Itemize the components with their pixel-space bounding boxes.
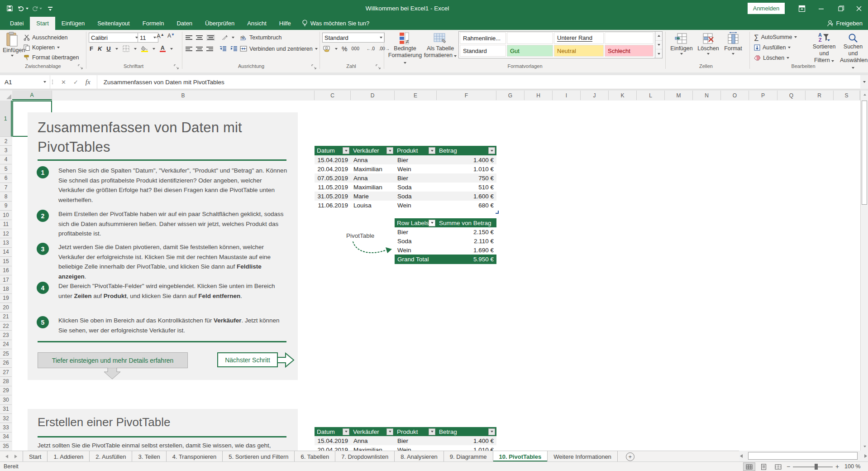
sheet-tab-2-ausf-llen[interactable]: 2. Ausfüllen (90, 451, 132, 462)
filter-dropdown-icon[interactable] (429, 147, 435, 154)
row-header-26[interactable]: 26 (0, 359, 12, 368)
table-header-produkt[interactable]: Produkt (395, 427, 437, 436)
table-cell[interactable]: 1.010 € (437, 164, 496, 173)
table-cell[interactable]: Louisa (351, 201, 395, 210)
share-button[interactable]: Freigeben (827, 17, 863, 30)
sheet-tab-weitere-informationen[interactable]: Weitere Informationen (548, 451, 618, 462)
normal-view-icon[interactable] (743, 462, 755, 471)
page-layout-view-icon[interactable] (758, 462, 770, 471)
clipboard-dialog-launcher-icon[interactable] (78, 64, 83, 70)
column-header-S[interactable]: S (834, 91, 860, 100)
table-cell[interactable]: Soda (395, 183, 437, 192)
italic-button[interactable]: K (98, 45, 102, 52)
table-cell[interactable]: 510 € (437, 183, 496, 192)
tab-start[interactable]: Start (30, 17, 55, 30)
formula-input[interactable]: Zusammenfassen von Daten mit PivotTables (97, 75, 860, 89)
accounting-format-icon[interactable] (323, 45, 331, 52)
prev-sheet-icon[interactable] (5, 455, 8, 458)
sheet-tab-6-tabellen[interactable]: 6. Tabellen (295, 451, 335, 462)
filter-dropdown-icon[interactable] (429, 428, 435, 435)
table-cell[interactable]: 20.04.2019 (315, 445, 351, 451)
table-header-verkäufer[interactable]: Verkäufer (351, 146, 395, 155)
font-dialog-launcher-icon[interactable] (174, 64, 179, 70)
wrap-text-button[interactable]: ab Textumbruch (240, 33, 282, 42)
pivot-cell[interactable]: 2.150 € (437, 227, 496, 236)
tab-datei[interactable]: Datei (4, 17, 30, 30)
vertical-scroll-thumb[interactable] (862, 101, 867, 205)
table-cell[interactable]: 1.600 € (437, 192, 496, 201)
tell-me-box[interactable]: Was möchten Sie tun? (297, 17, 374, 30)
column-header-H[interactable]: H (525, 91, 553, 100)
autosum-button[interactable]: ∑ AutoSumme (754, 32, 797, 42)
table-cell[interactable]: 750 € (437, 173, 496, 183)
gallery-up-icon[interactable] (655, 32, 662, 41)
table-cell[interactable]: Bier (395, 173, 437, 183)
column-header-E[interactable]: E (395, 91, 437, 100)
pivot-header-row-labels[interactable]: Row Labels (395, 218, 437, 227)
format-cells-button[interactable]: Format (721, 32, 745, 55)
tab-seitenlayout[interactable]: Seitenlayout (91, 17, 136, 30)
column-header-P[interactable]: P (749, 91, 777, 100)
decrease-indent-icon[interactable] (219, 46, 227, 52)
style-unterer-rand[interactable]: Unterer Rand (554, 32, 604, 44)
column-header-N[interactable]: N (693, 91, 721, 100)
ribbon-display-options-icon[interactable] (793, 0, 811, 17)
row-header-28[interactable]: 28 (0, 377, 12, 386)
style-gut[interactable]: Gut (507, 45, 553, 57)
table-cell[interactable]: 15.04.2019 (315, 155, 351, 164)
column-header-C[interactable]: C (315, 91, 351, 100)
column-header-I[interactable]: I (553, 91, 581, 100)
tab-hilfe[interactable]: Hilfe (273, 17, 297, 30)
tab-ansicht[interactable]: Ansicht (241, 17, 273, 30)
table-cell[interactable]: Wein (395, 164, 437, 173)
table-header-produkt[interactable]: Produkt (395, 146, 437, 155)
row-header-8[interactable]: 8 (0, 192, 12, 201)
filter-dropdown-icon[interactable] (488, 428, 495, 435)
hscroll-left-icon[interactable] (740, 454, 743, 458)
table-header-betrag[interactable]: Betrag (437, 427, 496, 436)
sort-filter-button[interactable]: AZ Sortieren und Filtern (810, 33, 838, 64)
row-header-33[interactable]: 33 (0, 423, 12, 432)
styles-gallery-scroll[interactable] (655, 31, 663, 58)
table-cell[interactable]: Anna (351, 155, 395, 164)
fill-button[interactable]: Ausfüllen (754, 43, 791, 52)
row-header-11[interactable]: 11 (0, 220, 12, 229)
filter-dropdown-icon[interactable] (386, 147, 393, 154)
enter-icon[interactable]: ✓ (73, 79, 78, 86)
horizontal-scrollbar[interactable] (739, 451, 868, 461)
tab-daten[interactable]: Daten (170, 17, 199, 30)
insert-function-icon[interactable]: fx (86, 78, 91, 86)
sign-in-button[interactable]: Anmelden (748, 3, 785, 14)
increase-font-icon[interactable]: A▲ (157, 33, 164, 39)
filter-dropdown-icon[interactable] (386, 428, 393, 435)
column-header-G[interactable]: G (496, 91, 525, 100)
zoom-out-icon[interactable]: − (787, 463, 790, 470)
row-header-10[interactable]: 10 (0, 211, 12, 220)
fill-color-icon[interactable] (141, 46, 148, 52)
scroll-up-icon[interactable] (861, 91, 868, 99)
pivot-header-summe[interactable]: Summe von Betrag (437, 218, 496, 227)
select-all-corner[interactable] (0, 91, 13, 100)
close-icon[interactable] (850, 0, 868, 17)
style-standard[interactable]: Standard (460, 45, 506, 57)
new-sheet-button[interactable]: + (626, 452, 634, 461)
underline-button[interactable]: U (106, 45, 110, 52)
table-cell[interactable]: Bier (395, 436, 437, 445)
table-cell[interactable]: 20.04.2019 (315, 164, 351, 173)
next-sheet-icon[interactable] (14, 455, 17, 458)
style-neutral[interactable]: Neutral (554, 45, 604, 57)
cut-button[interactable]: Ausschneiden (24, 33, 68, 42)
delete-cells-button[interactable]: Löschen (696, 32, 720, 55)
align-left-icon[interactable] (186, 47, 192, 51)
style-blank[interactable] (507, 32, 553, 44)
increase-indent-icon[interactable] (230, 46, 238, 52)
table-cell[interactable]: Marie (351, 192, 395, 201)
name-box[interactable]: A1 (0, 75, 50, 89)
learn-more-button[interactable]: Tiefer einsteigen und mehr Details erfah… (38, 352, 188, 368)
pivot-cell[interactable]: Bier (395, 227, 437, 236)
row-header-19[interactable]: 19 (0, 294, 12, 303)
namebox-drag-handle[interactable] (50, 80, 55, 84)
redo-icon[interactable] (31, 3, 43, 14)
row-header-12[interactable]: 12 (0, 229, 12, 238)
filter-dropdown-icon[interactable] (429, 220, 435, 226)
